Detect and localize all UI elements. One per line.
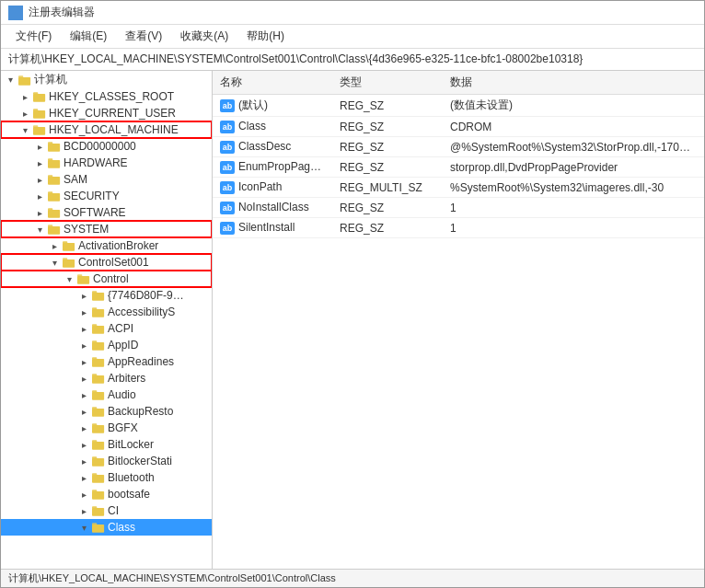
expand-btn-bgfx[interactable]: ▸ bbox=[76, 421, 91, 435]
cell-data: 1 bbox=[443, 218, 704, 238]
folder-icon-system bbox=[47, 222, 62, 236]
expand-btn-system[interactable]: ▾ bbox=[32, 222, 47, 236]
tree-label-bcd: BCD00000000 bbox=[64, 140, 136, 153]
expand-btn-bluetooth[interactable]: ▸ bbox=[76, 470, 91, 485]
expand-btn-arbiters[interactable]: ▸ bbox=[76, 371, 91, 386]
svg-rect-36 bbox=[92, 291, 97, 294]
folder-icon-sam bbox=[47, 172, 62, 187]
expand-btn-audio[interactable]: ▸ bbox=[76, 387, 91, 402]
table-row[interactable]: abEnumPropPag…REG_SZstorprop.dll,DvdProp… bbox=[213, 157, 704, 178]
tree-node-security[interactable]: ▸ SECURITY bbox=[1, 188, 212, 204]
tree-node-activationbroker[interactable]: ▸ ActivationBroker bbox=[1, 237, 212, 254]
cell-name: abClassDesc bbox=[213, 137, 332, 157]
table-row[interactable]: abIconPathREG_MULTI_SZ%SystemRoot%\Syste… bbox=[213, 178, 704, 198]
table-row[interactable]: abClassDescREG_SZ@%SystemRoot%\System32\… bbox=[213, 137, 704, 157]
col-header-type: 类型 bbox=[332, 71, 443, 95]
tree-label-audio: Audio bbox=[108, 388, 136, 401]
expand-btn-bitlockerstats[interactable]: ▸ bbox=[76, 454, 91, 468]
expand-btn-hkcu[interactable]: ▸ bbox=[17, 106, 32, 121]
folder-icon-appid bbox=[91, 338, 106, 352]
menu-item[interactable]: 帮助(H) bbox=[239, 27, 292, 46]
tree-node-bitlocker[interactable]: ▸ BitLocker bbox=[1, 436, 212, 453]
expand-btn-controlset001[interactable]: ▾ bbox=[47, 255, 62, 270]
expand-btn-hklm[interactable]: ▾ bbox=[17, 122, 32, 137]
tree-label-7746d80f: {7746D80F-9… bbox=[108, 289, 184, 302]
tree-node-bcd[interactable]: ▸ BCD00000000 bbox=[1, 138, 212, 155]
tree-node-audio[interactable]: ▸ Audio bbox=[1, 386, 212, 403]
svg-rect-14 bbox=[48, 144, 60, 152]
folder-icon-bcd bbox=[47, 139, 62, 154]
tree-node-acpi[interactable]: ▸ ACPI bbox=[1, 320, 212, 337]
folder-icon-arbiters bbox=[91, 371, 106, 386]
cell-data: %SystemRoot%\System32\imageres.dll,-30 bbox=[443, 178, 704, 198]
tree-label-appreadines: AppReadines bbox=[108, 355, 174, 368]
tree-panel: ▾ 计算机▸ HKEY_CLASSES_ROOT▸ HKEY_CURRENT_U… bbox=[1, 71, 213, 569]
expand-btn-ci[interactable]: ▸ bbox=[76, 503, 91, 518]
tree-node-accessibilitys[interactable]: ▸ AccessibilityS bbox=[1, 304, 212, 320]
tree-node-hklm[interactable]: ▾ HKEY_LOCAL_MACHINE bbox=[1, 121, 212, 138]
svg-rect-43 bbox=[92, 359, 104, 367]
tree-node-appid[interactable]: ▸ AppID bbox=[1, 337, 212, 353]
expand-btn-control[interactable]: ▾ bbox=[62, 271, 76, 286]
svg-rect-61 bbox=[92, 508, 104, 516]
tree-node-7746d80f[interactable]: ▸ {7746D80F-9… bbox=[1, 287, 212, 304]
expand-btn-hardware[interactable]: ▸ bbox=[32, 156, 47, 170]
svg-rect-16 bbox=[48, 160, 60, 168]
expand-btn-sam[interactable]: ▸ bbox=[32, 172, 47, 187]
cell-name: abIconPath bbox=[213, 178, 332, 198]
expand-btn-appid[interactable]: ▸ bbox=[76, 338, 91, 352]
expand-btn-accessibilitys[interactable]: ▸ bbox=[76, 305, 91, 319]
expand-btn-computer[interactable]: ▾ bbox=[3, 73, 17, 87]
expand-btn-appreadines[interactable]: ▸ bbox=[76, 354, 91, 369]
svg-rect-21 bbox=[48, 191, 52, 194]
tree-node-control[interactable]: ▾ Control bbox=[1, 271, 212, 287]
tree-node-sam[interactable]: ▸ SAM bbox=[1, 171, 212, 188]
folder-icon-bootsafe bbox=[91, 487, 106, 502]
tree-node-arbiters[interactable]: ▸ Arbiters bbox=[1, 370, 212, 386]
folder-icon-audio bbox=[91, 387, 106, 402]
table-row[interactable]: ab(默认)REG_SZ(数值未设置) bbox=[213, 95, 704, 117]
tree-label-hkcr: HKEY_CLASSES_ROOT bbox=[49, 90, 174, 103]
tree-node-backupresto[interactable]: ▸ BackupResto bbox=[1, 403, 212, 420]
tree-node-ci[interactable]: ▸ CI bbox=[1, 502, 212, 519]
table-row[interactable]: abSilentInstallREG_SZ1 bbox=[213, 218, 704, 238]
expand-btn-bootsafe[interactable]: ▸ bbox=[76, 487, 91, 502]
tree-node-appreadines[interactable]: ▸ AppReadines bbox=[1, 353, 212, 370]
expand-btn-bitlocker[interactable]: ▸ bbox=[76, 437, 91, 452]
table-row[interactable]: abNoInstallClassREG_SZ1 bbox=[213, 198, 704, 218]
expand-btn-acpi[interactable]: ▸ bbox=[76, 321, 91, 336]
folder-icon-ci bbox=[91, 503, 106, 518]
menu-item[interactable]: 编辑(E) bbox=[63, 27, 114, 46]
tree-node-hardware[interactable]: ▸ HARDWARE bbox=[1, 155, 212, 171]
tree-node-class[interactable]: ▾ Class bbox=[1, 519, 212, 536]
tree-node-system[interactable]: ▾ SYSTEM bbox=[1, 221, 212, 237]
menu-item[interactable]: 查看(V) bbox=[118, 27, 169, 46]
expand-btn-class[interactable]: ▾ bbox=[76, 520, 91, 535]
svg-rect-46 bbox=[92, 374, 97, 376]
table-row[interactable]: abClassREG_SZCDROM bbox=[213, 117, 704, 137]
expand-btn-bcd[interactable]: ▸ bbox=[32, 139, 47, 154]
status-bar: 计算机\HKEY_LOCAL_MACHINE\SYSTEM\ControlSet… bbox=[1, 569, 704, 587]
menu-item[interactable]: 收藏夹(A) bbox=[173, 27, 236, 46]
expand-btn-hkcr[interactable]: ▸ bbox=[17, 89, 32, 104]
tree-node-hkcu[interactable]: ▸ HKEY_CURRENT_USER bbox=[1, 105, 212, 121]
menu-item[interactable]: 文件(F) bbox=[8, 27, 59, 46]
tree-node-bgfx[interactable]: ▸ BGFX bbox=[1, 420, 212, 436]
svg-rect-49 bbox=[92, 409, 104, 417]
tree-node-controlset001[interactable]: ▾ ControlSet001 bbox=[1, 254, 212, 271]
svg-rect-44 bbox=[92, 357, 97, 360]
folder-icon-7746d80f bbox=[91, 288, 106, 303]
tree-node-bootsafe[interactable]: ▸ bootsafe bbox=[1, 486, 212, 502]
svg-rect-5 bbox=[18, 75, 23, 78]
expand-btn-backupresto[interactable]: ▸ bbox=[76, 404, 91, 419]
expand-btn-7746d80f[interactable]: ▸ bbox=[76, 288, 91, 303]
tree-node-bluetooth[interactable]: ▸ Bluetooth bbox=[1, 469, 212, 486]
tree-node-software[interactable]: ▸ SOFTWARE bbox=[1, 204, 212, 221]
expand-btn-software[interactable]: ▸ bbox=[32, 205, 47, 220]
tree-node-hkcr[interactable]: ▸ HKEY_CLASSES_ROOT bbox=[1, 88, 212, 105]
tree-node-computer[interactable]: ▾ 计算机 bbox=[1, 71, 212, 88]
expand-btn-security[interactable]: ▸ bbox=[32, 189, 47, 203]
tree-node-bitlockerstats[interactable]: ▸ BitlockerStati bbox=[1, 453, 212, 469]
expand-btn-activationbroker[interactable]: ▸ bbox=[47, 238, 62, 253]
folder-icon-hardware bbox=[47, 156, 62, 170]
